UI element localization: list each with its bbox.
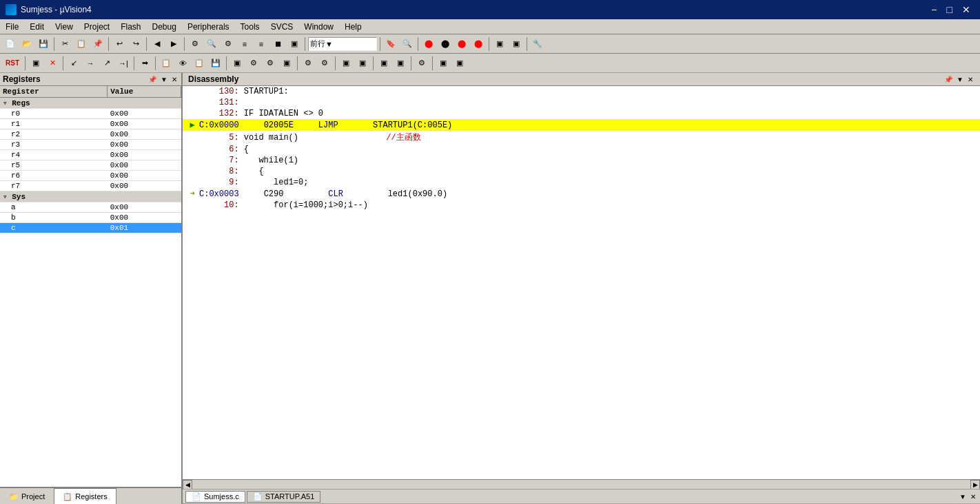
hscroll-left-btn[interactable]: ◀ bbox=[183, 480, 192, 490]
tb-btn-12[interactable]: 🔖 bbox=[383, 36, 398, 52]
save-button[interactable]: 💾 bbox=[36, 36, 51, 52]
tb2-extra10[interactable]: ▣ bbox=[436, 56, 451, 71]
dis-linenum-6: 6: bbox=[199, 145, 244, 154]
tb-btn-6[interactable]: 🔍 bbox=[204, 36, 219, 52]
tab-registers[interactable]: 📋 Registers bbox=[54, 488, 116, 504]
dis-tabs-close-btn[interactable]: ✕ bbox=[969, 493, 977, 501]
dis-linenum-132: 132: bbox=[199, 109, 244, 118]
tb2-extra1[interactable]: ▣ bbox=[229, 56, 245, 71]
minimize-button[interactable]: − bbox=[927, 0, 941, 19]
open-button[interactable]: 📂 bbox=[19, 36, 34, 52]
tb2-arrow-btn[interactable]: ➡ bbox=[137, 56, 152, 71]
paste-button[interactable]: 📌 bbox=[90, 36, 105, 52]
copy-button[interactable]: 📋 bbox=[74, 36, 89, 52]
dis-code-132: 132: IF IDATALEN <> 0 bbox=[199, 109, 977, 118]
dropdown-arrow[interactable]: ▼ bbox=[325, 40, 333, 48]
reg-a-value: 0x00 bbox=[108, 202, 181, 213]
tb-btn-9[interactable]: ≡ bbox=[254, 36, 269, 52]
menu-tools[interactable]: Tools bbox=[235, 21, 265, 33]
tb2-extra6[interactable]: ⚙ bbox=[317, 56, 332, 71]
tb-btn-10[interactable]: ◼ bbox=[270, 36, 285, 52]
menu-help[interactable]: Help bbox=[339, 21, 367, 33]
tb2-local[interactable]: 📋 bbox=[192, 56, 207, 71]
tb2-step-in[interactable]: ↙ bbox=[66, 56, 81, 71]
disassembly-close-btn[interactable]: ✕ bbox=[966, 76, 974, 83]
title-bar-controls[interactable]: − □ ✕ bbox=[927, 0, 974, 19]
tb-btn-11[interactable]: ▣ bbox=[287, 36, 302, 52]
menu-svcs[interactable]: SVCS bbox=[265, 21, 299, 33]
tb-btn-8[interactable]: ≡ bbox=[237, 36, 252, 52]
rst-button[interactable]: RST bbox=[3, 56, 22, 71]
tb-view-button[interactable]: ▣ bbox=[492, 36, 507, 52]
maximize-button[interactable]: □ bbox=[943, 0, 957, 19]
menu-edit[interactable]: Edit bbox=[24, 21, 50, 33]
disassembly-float-btn[interactable]: ▼ bbox=[955, 76, 965, 83]
tb2-extra11[interactable]: ▣ bbox=[452, 56, 467, 71]
menu-debug[interactable]: Debug bbox=[147, 21, 182, 33]
tb2-stop-btn[interactable]: ✕ bbox=[45, 56, 60, 71]
tb2-extra2[interactable]: ⚙ bbox=[246, 56, 261, 71]
tb2-extra4[interactable]: ▣ bbox=[279, 56, 294, 71]
project-icon: 📁 bbox=[9, 492, 19, 501]
tb2-step-over[interactable]: → bbox=[83, 56, 98, 71]
new-button[interactable]: 📄 bbox=[3, 36, 18, 52]
tb-stop-button[interactable]: ⬤ bbox=[438, 36, 453, 52]
menu-peripherals[interactable]: Peripherals bbox=[182, 21, 235, 33]
undo-button[interactable]: ↩ bbox=[112, 36, 127, 52]
regs-group-label: ▿ Regs bbox=[0, 98, 181, 109]
tb-btn-13[interactable]: 🔍 bbox=[400, 36, 415, 52]
dis-line-10: 10: for(i=1000;i>0;i--) bbox=[183, 200, 980, 211]
menu-project[interactable]: Project bbox=[79, 21, 115, 33]
tb2-extra3[interactable]: ⚙ bbox=[263, 56, 278, 71]
reg-r0-name: r0 bbox=[0, 109, 108, 119]
dis-tabs-float-btn[interactable]: ▼ bbox=[958, 493, 968, 501]
tb-btn-5[interactable]: ⚙ bbox=[187, 36, 203, 52]
tab-project[interactable]: 📁 Project bbox=[0, 488, 54, 504]
separator4 bbox=[184, 37, 185, 51]
registers-float-btn[interactable]: ▼ bbox=[159, 76, 169, 83]
tb2-btn1[interactable]: ▣ bbox=[28, 56, 43, 71]
disassembly-content[interactable]: 130: STARTUP1: 131: 132: IF IDATALEN <> … bbox=[183, 86, 980, 479]
tab-registers-label: Registers bbox=[75, 492, 107, 501]
disassembly-pin-btn[interactable]: 📌 bbox=[943, 76, 954, 83]
tb2-watch[interactable]: 👁 bbox=[175, 56, 190, 71]
tb-reset-button[interactable]: ⬤ bbox=[454, 36, 469, 52]
menu-view[interactable]: View bbox=[50, 21, 79, 33]
tb2-extra7[interactable]: ▣ bbox=[338, 56, 354, 71]
tb-btn-7[interactable]: ⚙ bbox=[221, 36, 236, 52]
tb-tools-button[interactable]: 🔧 bbox=[530, 36, 545, 52]
tb2-logic[interactable]: ▣ bbox=[393, 56, 408, 71]
dis-tab-startup[interactable]: 📄 STARTUP.A51 bbox=[247, 491, 321, 503]
dis-gutter-asm1: ➜ bbox=[185, 189, 199, 199]
tb2-run-to[interactable]: →| bbox=[116, 56, 131, 71]
menu-file[interactable]: File bbox=[0, 21, 24, 33]
toolbar-dropdown[interactable]: 前行 ▼ bbox=[308, 37, 377, 51]
tb-halt-button[interactable]: ⬤ bbox=[471, 36, 486, 52]
registers-close-btn[interactable]: ✕ bbox=[170, 76, 178, 83]
tb2-step-out[interactable]: ↗ bbox=[99, 56, 114, 71]
dis-hscroll[interactable]: ◀ ▶ bbox=[183, 479, 980, 489]
fwd-button[interactable]: ▶ bbox=[166, 36, 181, 52]
tb2-serial[interactable]: ▣ bbox=[376, 56, 391, 71]
dis-line-9: 9: led1=0; bbox=[183, 177, 980, 188]
menu-flash[interactable]: Flash bbox=[115, 21, 146, 33]
tb-view2-button[interactable]: ▣ bbox=[509, 36, 524, 52]
dis-tab-sumjess[interactable]: 📄 Sumjess.c bbox=[185, 491, 245, 503]
menu-window[interactable]: Window bbox=[298, 21, 339, 33]
close-button[interactable]: ✕ bbox=[958, 0, 974, 19]
cut-button[interactable]: ✂ bbox=[57, 36, 72, 52]
redo-button[interactable]: ↪ bbox=[128, 36, 143, 52]
hscroll-right-btn[interactable]: ▶ bbox=[970, 480, 980, 490]
registers-table-wrap[interactable]: Register Value ▿ Regs r0 0x00 bbox=[0, 86, 181, 487]
tb-run-button[interactable]: ⬤ bbox=[421, 36, 436, 52]
sys-collapse-icon[interactable]: ▿ bbox=[3, 193, 8, 201]
tb2-extra8[interactable]: ▣ bbox=[355, 56, 370, 71]
tb2-disasm[interactable]: 📋 bbox=[159, 56, 174, 71]
dis-code-6: 6: { bbox=[199, 145, 977, 154]
back-button[interactable]: ◀ bbox=[150, 36, 165, 52]
tb2-extra9[interactable]: ⚙ bbox=[414, 56, 429, 71]
tb2-extra5[interactable]: ⚙ bbox=[300, 56, 316, 71]
regs-collapse-icon[interactable]: ▿ bbox=[3, 99, 8, 107]
tb2-mem[interactable]: 💾 bbox=[208, 56, 223, 71]
registers-pin-btn[interactable]: 📌 bbox=[147, 76, 158, 83]
